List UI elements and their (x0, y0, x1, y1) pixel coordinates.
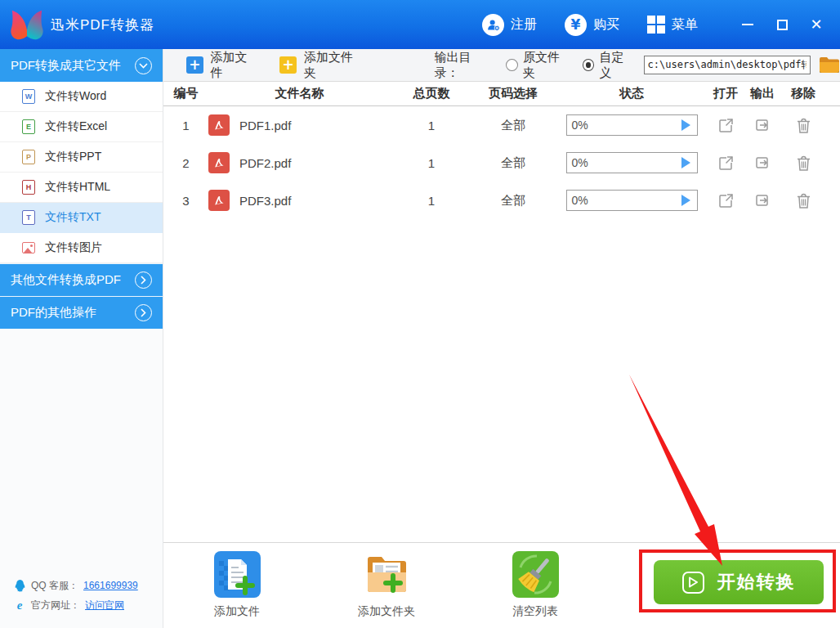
maximize-icon (777, 20, 788, 30)
radio-original-label: 原文件夹 (523, 50, 571, 81)
play-icon (682, 572, 704, 594)
add-file-big-label: 添加文件 (214, 604, 260, 619)
chevron-right-icon (135, 304, 152, 321)
radio-custom-folder[interactable]: 自定义 (583, 50, 636, 81)
add-file-button[interactable]: + 添加文件 (186, 50, 258, 81)
add-file-icon: + (186, 56, 203, 74)
file-name: PDF1.pdf (239, 119, 291, 132)
add-folder-button[interactable]: + 添加文件夹 (279, 50, 364, 81)
pdf-file-icon (208, 114, 230, 136)
progress-bar[interactable]: 0% (566, 190, 698, 211)
file-name: PDF3.pdf (239, 194, 291, 208)
start-convert-label: 开始转换 (717, 570, 796, 594)
maximize-button[interactable] (770, 12, 794, 37)
row-page-range[interactable]: 全部 (472, 155, 554, 171)
sidebar-item-image[interactable]: 文件转图片 (0, 233, 163, 263)
image-file-icon (22, 242, 35, 253)
txt-file-icon: T (22, 210, 35, 225)
sidebar-item-label: 文件转HTML (45, 180, 110, 195)
open-file-button[interactable] (709, 118, 742, 133)
row-status-cell: 0% (554, 190, 709, 211)
close-button[interactable]: ✕ (804, 12, 829, 37)
section-label: PDF转换成其它文件 (11, 58, 121, 74)
file-list: 1 PDF1.pdf 1 全部 0% (163, 106, 840, 219)
sidebar-footer: QQ 客服： 1661699939 e 官方网址： 访问官网 (0, 576, 163, 628)
output-path-input[interactable] (644, 56, 811, 74)
progress-value: 0% (572, 119, 588, 132)
progress-bar[interactable]: 0% (566, 152, 698, 173)
toolbar: + 添加文件 + 添加文件夹 输出目录： 原文件夹 自定义 (163, 49, 840, 82)
sidebar: PDF转换成其它文件 W 文件转Word E 文件转Excel P 文件转PPT (0, 49, 163, 628)
row-num: 2 (163, 156, 208, 170)
excel-file-icon: E (22, 119, 35, 134)
sidebar-item-txt[interactable]: T 文件转TXT (0, 203, 163, 233)
row-pages: 1 (391, 156, 472, 170)
remove-file-button[interactable] (783, 193, 824, 209)
add-folder-icon: + (279, 56, 297, 74)
row-page-range[interactable]: 全部 (472, 118, 554, 133)
sidebar-item-word[interactable]: W 文件转Word (0, 82, 163, 112)
progress-value: 0% (572, 194, 588, 207)
register-label: 注册 (511, 16, 537, 34)
add-file-label: 添加文件 (211, 50, 259, 81)
row-name-cell: PDF1.pdf (208, 114, 391, 136)
output-folder-button[interactable] (742, 193, 783, 208)
open-file-button[interactable] (709, 193, 742, 209)
sidebar-item-excel[interactable]: E 文件转Excel (0, 112, 163, 142)
col-remove: 移除 (783, 86, 824, 101)
close-icon: ✕ (810, 17, 822, 32)
html-file-icon: H (22, 180, 35, 195)
add-file-big-button[interactable]: 添加文件 (192, 551, 282, 619)
register-button[interactable]: 注册 (482, 14, 537, 36)
minimize-button[interactable] (735, 12, 760, 37)
sidebar-section-pdf-to-other[interactable]: PDF转换成其它文件 (0, 49, 163, 82)
chevron-right-icon (135, 271, 152, 289)
sidebar-item-html[interactable]: H 文件转HTML (0, 173, 163, 203)
qq-icon (13, 579, 26, 592)
app-logo-icon (8, 7, 46, 42)
buy-label: 购买 (593, 16, 619, 34)
row-status-cell: 0% (554, 114, 709, 136)
yen-icon: ¥ (565, 14, 587, 36)
clear-list-icon (512, 551, 559, 598)
ppt-file-icon: P (22, 150, 35, 164)
add-file-big-icon (214, 551, 261, 598)
output-folder-button[interactable] (742, 118, 783, 132)
sidebar-section-other-to-pdf[interactable]: 其他文件转换成PDF (0, 263, 163, 296)
sidebar-item-label: 文件转Word (45, 89, 106, 104)
progress-bar[interactable]: 0% (566, 114, 698, 136)
clear-list-label: 清空列表 (512, 604, 558, 619)
remove-file-button[interactable] (783, 118, 824, 133)
main-area: + 添加文件 + 添加文件夹 输出目录： 原文件夹 自定义 (163, 49, 840, 628)
add-folder-big-icon (364, 551, 410, 598)
sidebar-section-pdf-ops[interactable]: PDF的其他操作 (0, 296, 163, 329)
table-header: 编号 文件名称 总页数 页码选择 状态 打开 输出 移除 (163, 82, 840, 106)
official-site-link[interactable]: 访问官网 (85, 599, 124, 612)
browse-folder-icon[interactable] (819, 56, 840, 74)
sidebar-menu: W 文件转Word E 文件转Excel P 文件转PPT H 文件转HTML … (0, 82, 163, 263)
start-convert-button[interactable]: 开始转换 (654, 560, 824, 604)
col-status: 状态 (554, 86, 709, 101)
sidebar-item-ppt[interactable]: P 文件转PPT (0, 142, 163, 173)
pdf-file-icon (208, 152, 230, 173)
row-status-cell: 0% (554, 152, 709, 173)
buy-button[interactable]: ¥ 购买 (565, 14, 619, 36)
table-row: 1 PDF1.pdf 1 全部 0% (163, 106, 840, 144)
table-row: 2 PDF2.pdf 1 全部 0% (163, 144, 840, 182)
site-label: 官方网址： (31, 599, 80, 612)
add-folder-big-button[interactable]: 添加文件夹 (342, 551, 431, 619)
menu-label: 菜单 (672, 16, 698, 34)
row-play-icon (681, 195, 690, 206)
qq-number-link[interactable]: 1661699939 (83, 580, 138, 591)
row-play-icon (681, 157, 690, 168)
output-folder-button[interactable] (742, 155, 783, 170)
radio-original-folder[interactable]: 原文件夹 (506, 50, 571, 81)
remove-file-button[interactable] (783, 155, 824, 171)
clear-list-button[interactable]: 清空列表 (490, 551, 580, 619)
menu-button[interactable]: 菜单 (647, 16, 698, 34)
row-page-range[interactable]: 全部 (472, 193, 554, 209)
row-name-cell: PDF2.pdf (208, 152, 391, 173)
row-pages: 1 (391, 194, 472, 208)
chevron-down-icon (135, 57, 152, 74)
open-file-button[interactable] (709, 155, 742, 171)
